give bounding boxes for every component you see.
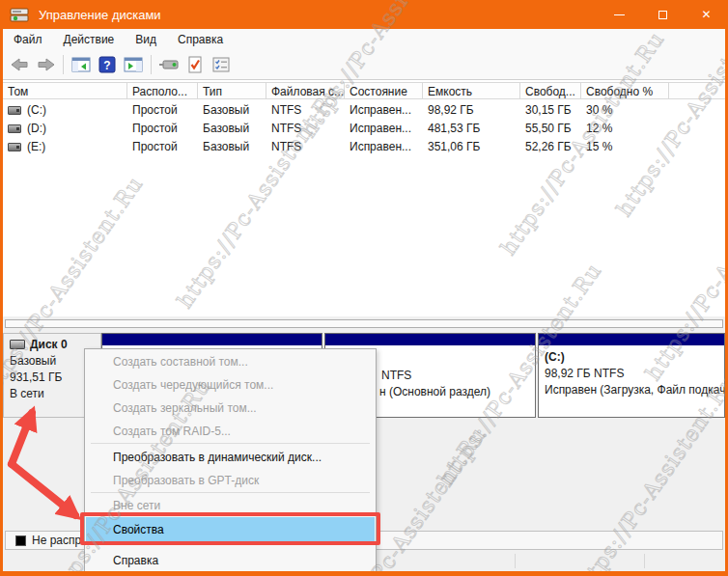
status-separator — [515, 554, 516, 568]
splitter-handle[interactable] — [5, 319, 723, 328]
partition-status-text: н (Основной раздел) — [379, 384, 490, 400]
help-icon: ? — [98, 56, 116, 73]
disk-name: Диск 0 — [30, 338, 68, 351]
volume-icon — [8, 106, 21, 115]
show-console-tree-button[interactable] — [70, 53, 93, 76]
partition-size-fs: 98,92 ГБ NTFS — [545, 366, 724, 382]
window-border — [0, 571, 728, 576]
cell-free-pct: 12 % — [581, 119, 669, 137]
minimize-icon — [614, 14, 625, 15]
cell-filesystem: NTFS — [266, 100, 345, 119]
column-header-capacity[interactable]: Емкость — [423, 83, 520, 98]
cell-layout: Простой — [127, 119, 198, 137]
toolbar-separator — [63, 55, 64, 74]
partition-letter: (C:) — [545, 349, 724, 366]
cell-free-pct: 15 % — [581, 137, 669, 155]
menu-item-create-raid5: Создать том RAID-5... — [86, 420, 375, 443]
show-action-pane-button[interactable] — [122, 53, 145, 76]
cell-free: 52,26 ГБ — [520, 137, 581, 155]
window-title: Управление дисками — [39, 8, 161, 22]
volume-list-header: Том Располо... Тип Файловая с... Состоян… — [3, 82, 725, 99]
menu-file[interactable]: Файл — [3, 29, 53, 50]
menu-item-create-striped: Создать чередующийся том... — [86, 373, 375, 397]
maximize-icon — [658, 11, 667, 19]
menu-action[interactable]: Действие — [53, 29, 126, 50]
minimize-button[interactable] — [598, 0, 641, 29]
maximize-button[interactable] — [641, 0, 685, 29]
cell-filesystem: NTFS — [266, 119, 345, 137]
disk-management-window: Управление дисками ✕ Файл Действие Вид С… — [0, 0, 728, 576]
menu-item-convert-dynamic[interactable]: Преобразовать в динамический диск... — [86, 446, 375, 469]
column-header-free-pct[interactable]: Свободно % — [581, 83, 669, 98]
menu-separator — [91, 492, 370, 493]
column-header-type[interactable]: Тип — [198, 83, 266, 98]
cell-capacity: 351,06 ГБ — [423, 137, 520, 155]
toolbar-separator — [151, 55, 152, 74]
forward-arrow-icon — [37, 57, 55, 72]
cell-filesystem: NTFS — [266, 137, 345, 155]
check-document-icon — [187, 56, 203, 73]
menu-view[interactable]: Вид — [125, 29, 167, 50]
table-row-volume-d[interactable]: (D:) Простой Базовый NTFS Исправен... 48… — [3, 119, 725, 137]
partition-fs-text: NTFS — [381, 368, 411, 384]
column-header-filesystem[interactable]: Файловая с... — [266, 83, 345, 98]
cell-status: Исправен... — [345, 119, 423, 137]
help-button[interactable]: ? — [96, 53, 119, 76]
menu-item-create-spanned: Создать составной том... — [86, 350, 375, 373]
checklist-icon — [212, 57, 230, 72]
menubar: Файл Действие Вид Справка — [3, 29, 725, 50]
partition-color-bar — [325, 334, 535, 345]
volume-icon — [8, 143, 21, 151]
close-button[interactable]: ✕ — [685, 0, 728, 29]
checklist-button[interactable] — [210, 53, 233, 76]
column-header-empty — [669, 83, 725, 98]
cell-type: Базовый — [198, 137, 266, 155]
menu-separator — [91, 443, 370, 444]
device-view-icon — [158, 58, 180, 71]
menu-item-help[interactable]: Справка — [86, 549, 375, 572]
status-separator — [644, 554, 645, 568]
show-console-tree-icon — [71, 57, 91, 72]
device-view-button[interactable] — [157, 53, 181, 76]
table-row-volume-c[interactable]: (C:) Простой Базовый NTFS Исправен... 98… — [3, 100, 725, 119]
forward-button[interactable] — [34, 53, 57, 76]
svg-text:?: ? — [103, 59, 110, 72]
cell-type: Базовый — [198, 119, 266, 137]
back-button[interactable] — [8, 53, 31, 76]
cell-layout: Простой — [127, 100, 198, 119]
cell-type: Базовый — [198, 100, 266, 119]
volume-label: (D:) — [27, 122, 46, 135]
cell-capacity: 98,92 ГБ — [423, 100, 520, 119]
column-header-status[interactable]: Состояние — [345, 83, 423, 98]
volume-label: (C:) — [27, 103, 46, 117]
partition-color-bar — [539, 334, 724, 345]
volume-label: (E:) — [27, 140, 45, 153]
show-action-pane-icon — [124, 57, 143, 72]
disk0-partition-c[interactable]: (C:) 98,92 ГБ NTFS Исправен (Загрузка, Ф… — [538, 333, 725, 418]
menu-help[interactable]: Справка — [167, 29, 234, 50]
toolbar: ? — [3, 50, 725, 80]
disk-drive-icon — [10, 7, 31, 23]
column-header-volume[interactable]: Том — [3, 83, 127, 98]
close-icon: ✕ — [701, 8, 711, 21]
back-arrow-icon — [11, 57, 29, 72]
pane-splitter[interactable] — [3, 316, 725, 333]
annotation-highlight-box — [80, 512, 380, 545]
menu-item-create-mirrored: Создать зеркальный том... — [86, 397, 375, 420]
cell-free: 55,50 ГБ — [520, 119, 581, 137]
check-document-button[interactable] — [183, 53, 207, 76]
titlebar: Управление дисками ✕ — [0, 0, 728, 29]
cell-free-pct: 30 % — [581, 100, 669, 119]
column-header-layout[interactable]: Располо... — [127, 83, 198, 98]
unallocated-swatch-icon — [15, 535, 26, 546]
partition-status-text: Исправен (Загрузка, Файл подкач — [545, 382, 724, 398]
volume-icon — [8, 124, 21, 133]
cell-capacity: 481,53 ГБ — [423, 119, 520, 137]
menu-item-convert-gpt: Преобразовать в GPT-диск — [86, 469, 375, 492]
cell-status: Исправен... — [345, 137, 423, 155]
column-header-free[interactable]: Свобод... — [520, 83, 581, 98]
disk-icon — [10, 340, 25, 349]
table-row-volume-e[interactable]: (E:) Простой Базовый NTFS Исправен... 35… — [3, 137, 725, 155]
window-border — [0, 0, 3, 576]
cell-free: 30,15 ГБ — [520, 100, 581, 119]
